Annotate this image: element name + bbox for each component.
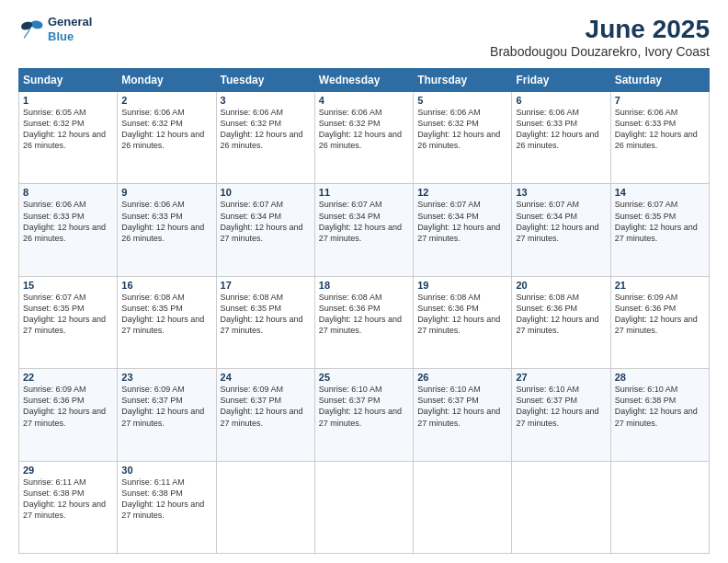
day-info: Sunrise: 6:07 AMSunset: 6:34 PMDaylight:… [417, 199, 507, 244]
day-number: 25 [319, 372, 409, 383]
day-number: 22 [23, 372, 113, 383]
calendar-cell: 8Sunrise: 6:06 AMSunset: 6:33 PMDaylight… [19, 184, 118, 276]
day-info: Sunrise: 6:06 AMSunset: 6:32 PMDaylight:… [221, 107, 311, 152]
calendar-cell: 19Sunrise: 6:08 AMSunset: 6:36 PMDayligh… [414, 276, 512, 368]
day-info: Sunrise: 6:06 AMSunset: 6:33 PMDaylight:… [615, 107, 705, 152]
day-number: 20 [516, 280, 606, 291]
day-number: 17 [221, 280, 311, 291]
calendar-cell: 10Sunrise: 6:07 AMSunset: 6:34 PMDayligh… [216, 184, 314, 276]
col-sunday: Sunday [19, 69, 118, 92]
day-number: 11 [319, 187, 409, 198]
calendar-cell [512, 461, 610, 553]
calendar-cell: 14Sunrise: 6:07 AMSunset: 6:35 PMDayligh… [610, 184, 709, 276]
calendar-cell: 12Sunrise: 6:07 AMSunset: 6:34 PMDayligh… [414, 184, 512, 276]
calendar-cell: 5Sunrise: 6:06 AMSunset: 6:32 PMDaylight… [414, 92, 512, 184]
day-info: Sunrise: 6:06 AMSunset: 6:33 PMDaylight:… [516, 107, 606, 152]
day-info: Sunrise: 6:05 AMSunset: 6:32 PMDaylight:… [23, 107, 113, 152]
day-number: 12 [417, 187, 507, 198]
day-number: 26 [417, 372, 507, 383]
day-info: Sunrise: 6:08 AMSunset: 6:36 PMDaylight:… [319, 292, 409, 337]
calendar-week-row: 8Sunrise: 6:06 AMSunset: 6:33 PMDaylight… [19, 184, 710, 276]
header: General Blue June 2025 Brabodougou Douza… [18, 15, 710, 59]
day-info: Sunrise: 6:09 AMSunset: 6:36 PMDaylight:… [615, 292, 705, 337]
day-info: Sunrise: 6:07 AMSunset: 6:35 PMDaylight:… [23, 292, 113, 337]
calendar-cell [610, 461, 709, 553]
calendar-cell: 15Sunrise: 6:07 AMSunset: 6:35 PMDayligh… [19, 276, 118, 368]
day-number: 21 [615, 280, 705, 291]
calendar-table: Sunday Monday Tuesday Wednesday Thursday… [18, 68, 710, 554]
calendar-cell [216, 461, 314, 553]
day-info: Sunrise: 6:06 AMSunset: 6:32 PMDaylight:… [319, 107, 409, 152]
day-number: 9 [121, 187, 211, 198]
calendar-cell: 16Sunrise: 6:08 AMSunset: 6:35 PMDayligh… [118, 276, 216, 368]
calendar-cell: 27Sunrise: 6:10 AMSunset: 6:37 PMDayligh… [512, 369, 610, 461]
day-info: Sunrise: 6:11 AMSunset: 6:38 PMDaylight:… [121, 477, 211, 522]
day-info: Sunrise: 6:07 AMSunset: 6:34 PMDaylight:… [319, 199, 409, 244]
day-number: 16 [121, 280, 211, 291]
calendar-header-row: Sunday Monday Tuesday Wednesday Thursday… [19, 69, 710, 92]
col-monday: Monday [118, 69, 216, 92]
logo-text-line2: Blue [48, 29, 92, 44]
day-info: Sunrise: 6:07 AMSunset: 6:34 PMDaylight:… [516, 199, 606, 244]
day-number: 15 [23, 280, 113, 291]
main-title: June 2025 [490, 15, 710, 44]
logo-text-line1: General [48, 15, 92, 29]
day-number: 7 [615, 95, 705, 106]
day-info: Sunrise: 6:09 AMSunset: 6:37 PMDaylight:… [221, 384, 311, 429]
day-info: Sunrise: 6:10 AMSunset: 6:38 PMDaylight:… [615, 384, 705, 429]
calendar-week-row: 29Sunrise: 6:11 AMSunset: 6:38 PMDayligh… [19, 461, 710, 553]
logo: General Blue [18, 15, 92, 43]
day-info: Sunrise: 6:08 AMSunset: 6:35 PMDaylight:… [221, 292, 311, 337]
calendar-cell: 21Sunrise: 6:09 AMSunset: 6:36 PMDayligh… [610, 276, 709, 368]
calendar-cell: 9Sunrise: 6:06 AMSunset: 6:33 PMDaylight… [118, 184, 216, 276]
day-info: Sunrise: 6:06 AMSunset: 6:33 PMDaylight:… [23, 199, 113, 244]
calendar-cell [314, 461, 413, 553]
day-number: 29 [23, 465, 113, 476]
calendar-cell: 28Sunrise: 6:10 AMSunset: 6:38 PMDayligh… [610, 369, 709, 461]
day-number: 19 [417, 280, 507, 291]
day-number: 24 [221, 372, 311, 383]
calendar-week-row: 22Sunrise: 6:09 AMSunset: 6:36 PMDayligh… [19, 369, 710, 461]
calendar-cell: 7Sunrise: 6:06 AMSunset: 6:33 PMDaylight… [610, 92, 709, 184]
day-info: Sunrise: 6:08 AMSunset: 6:36 PMDaylight:… [417, 292, 507, 337]
day-number: 14 [615, 187, 705, 198]
day-number: 5 [417, 95, 507, 106]
calendar-cell: 6Sunrise: 6:06 AMSunset: 6:33 PMDaylight… [512, 92, 610, 184]
day-number: 28 [615, 372, 705, 383]
calendar-cell: 24Sunrise: 6:09 AMSunset: 6:37 PMDayligh… [216, 369, 314, 461]
calendar-cell: 30Sunrise: 6:11 AMSunset: 6:38 PMDayligh… [118, 461, 216, 553]
calendar-cell: 17Sunrise: 6:08 AMSunset: 6:35 PMDayligh… [216, 276, 314, 368]
day-number: 10 [221, 187, 311, 198]
calendar-cell: 25Sunrise: 6:10 AMSunset: 6:37 PMDayligh… [314, 369, 413, 461]
calendar-cell: 22Sunrise: 6:09 AMSunset: 6:36 PMDayligh… [19, 369, 118, 461]
day-number: 6 [516, 95, 606, 106]
col-friday: Friday [512, 69, 610, 92]
day-info: Sunrise: 6:06 AMSunset: 6:32 PMDaylight:… [417, 107, 507, 152]
day-info: Sunrise: 6:07 AMSunset: 6:34 PMDaylight:… [221, 199, 311, 244]
calendar-cell: 13Sunrise: 6:07 AMSunset: 6:34 PMDayligh… [512, 184, 610, 276]
day-number: 1 [23, 95, 113, 106]
day-number: 27 [516, 372, 606, 383]
title-block: June 2025 Brabodougou Douzarekro, Ivory … [490, 15, 710, 59]
day-info: Sunrise: 6:08 AMSunset: 6:35 PMDaylight:… [121, 292, 211, 337]
col-tuesday: Tuesday [216, 69, 314, 92]
calendar-cell: 20Sunrise: 6:08 AMSunset: 6:36 PMDayligh… [512, 276, 610, 368]
calendar-week-row: 15Sunrise: 6:07 AMSunset: 6:35 PMDayligh… [19, 276, 710, 368]
calendar-cell: 29Sunrise: 6:11 AMSunset: 6:38 PMDayligh… [19, 461, 118, 553]
calendar-cell: 11Sunrise: 6:07 AMSunset: 6:34 PMDayligh… [314, 184, 413, 276]
calendar-cell: 23Sunrise: 6:09 AMSunset: 6:37 PMDayligh… [118, 369, 216, 461]
col-wednesday: Wednesday [314, 69, 413, 92]
page: General Blue June 2025 Brabodougou Douza… [0, 0, 728, 563]
day-info: Sunrise: 6:06 AMSunset: 6:33 PMDaylight:… [121, 199, 211, 244]
day-info: Sunrise: 6:08 AMSunset: 6:36 PMDaylight:… [516, 292, 606, 337]
day-number: 4 [319, 95, 409, 106]
calendar-cell: 26Sunrise: 6:10 AMSunset: 6:37 PMDayligh… [414, 369, 512, 461]
col-saturday: Saturday [610, 69, 709, 92]
calendar-cell [414, 461, 512, 553]
calendar-cell: 2Sunrise: 6:06 AMSunset: 6:32 PMDaylight… [118, 92, 216, 184]
day-number: 13 [516, 187, 606, 198]
day-number: 30 [121, 465, 211, 476]
day-number: 23 [121, 372, 211, 383]
day-number: 18 [319, 280, 409, 291]
day-info: Sunrise: 6:09 AMSunset: 6:37 PMDaylight:… [121, 384, 211, 429]
